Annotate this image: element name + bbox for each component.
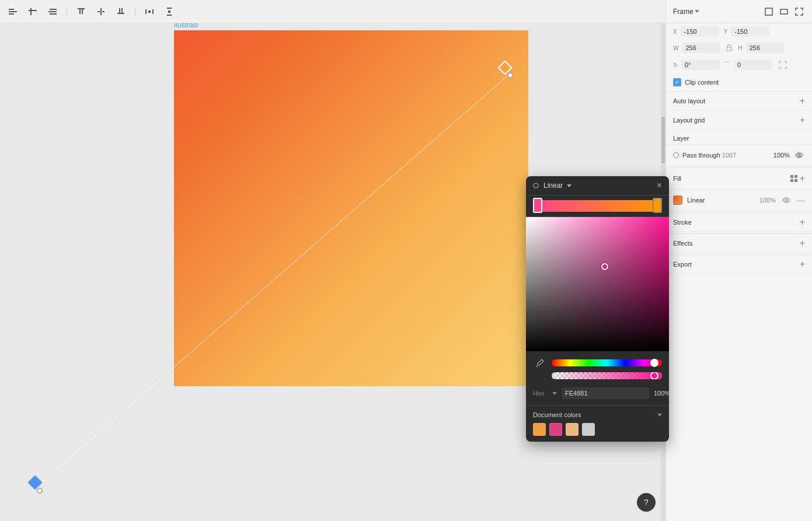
gradient-stop-right[interactable] <box>653 198 662 213</box>
y-input[interactable] <box>731 26 769 37</box>
frame-type-expand[interactable] <box>793 6 805 18</box>
hex-input[interactable] <box>562 387 649 399</box>
svg-rect-7 <box>29 10 37 11</box>
gradient-circle-top[interactable] <box>507 72 513 78</box>
clip-content-label: Clip content <box>685 79 719 86</box>
fill-type-label: Linear <box>687 197 755 204</box>
svg-rect-12 <box>79 9 81 14</box>
layout-grid-label: Layout grid <box>673 117 800 124</box>
picker-chevron-icon <box>567 184 571 187</box>
auto-layout-label: Auto layout <box>673 97 800 104</box>
fullscreen-icon[interactable] <box>777 59 789 71</box>
alpha-thumb[interactable] <box>650 372 658 379</box>
picker-close-btn[interactable]: × <box>657 181 662 190</box>
corner-field[interactable]: ⌒ <box>724 60 772 70</box>
swatch-2[interactable] <box>549 423 562 436</box>
opacity-input[interactable] <box>766 152 790 159</box>
alpha-slider[interactable] <box>552 372 662 379</box>
fill-label: Fill <box>673 175 788 182</box>
gradient-stops-bar[interactable] <box>533 200 662 212</box>
svg-rect-11 <box>78 8 85 9</box>
svg-rect-18 <box>119 8 120 13</box>
export-add[interactable]: + <box>800 260 805 269</box>
hue-slider[interactable] <box>552 359 662 366</box>
fill-swatch[interactable] <box>673 195 682 205</box>
y-field[interactable]: Y <box>724 26 770 37</box>
align-left-icon[interactable] <box>7 6 19 18</box>
stroke-label: Stroke <box>673 219 800 226</box>
align-right-icon[interactable] <box>47 6 58 18</box>
distribute-h-icon[interactable] <box>144 6 155 18</box>
color-cursor[interactable] <box>601 263 608 270</box>
h-field[interactable]: H <box>738 43 784 53</box>
layer-section: Layer <box>666 130 812 145</box>
alpha-slider-row <box>526 372 669 384</box>
picker-type-selector[interactable]: Linear <box>533 181 657 190</box>
distribute-v-icon[interactable] <box>163 6 175 18</box>
x-input[interactable] <box>681 26 719 37</box>
svg-rect-27 <box>780 9 787 14</box>
frame-type-square[interactable] <box>763 6 775 18</box>
fill-add[interactable]: + <box>800 174 805 183</box>
effects-add[interactable]: + <box>800 239 805 248</box>
svg-rect-6 <box>30 8 32 15</box>
toolbar-divider1 <box>67 7 67 16</box>
rotate-field[interactable]: ↻ <box>673 60 720 70</box>
x-field[interactable]: X <box>673 26 719 37</box>
h-input[interactable] <box>746 43 785 53</box>
blend-dot <box>673 152 679 158</box>
svg-point-29 <box>798 154 800 156</box>
fill-opacity-value: 100% <box>759 197 776 204</box>
gradient-frame[interactable] <box>174 30 528 386</box>
rotate-input[interactable] <box>681 60 720 70</box>
frame-header: Frame <box>666 0 812 23</box>
w-label: W <box>673 45 678 51</box>
stroke-add[interactable]: + <box>800 218 805 227</box>
layout-grid-add[interactable]: + <box>800 116 805 125</box>
visibility-icon[interactable] <box>793 149 805 161</box>
align-middle-icon[interactable] <box>95 6 107 18</box>
hue-thumb[interactable] <box>650 359 658 367</box>
scrollbar-thumb[interactable] <box>661 117 665 163</box>
help-button[interactable]: ? <box>637 493 656 512</box>
fill-row: Linear 100% — <box>666 190 812 211</box>
fill-remove[interactable]: — <box>797 196 805 204</box>
rotate-corner-row: ↻ ⌒ <box>666 56 812 74</box>
fill-grid-icon[interactable] <box>788 173 800 184</box>
svg-rect-21 <box>152 9 154 14</box>
rotate-label: ↻ <box>673 62 678 68</box>
frame-dropdown[interactable]: Frame <box>673 8 699 16</box>
xy-row: X Y <box>666 23 812 40</box>
blend-mode-selector[interactable]: Pass through 1007 <box>682 152 763 159</box>
w-input[interactable] <box>682 43 720 53</box>
corner-label: ⌒ <box>724 61 730 69</box>
frame-type-rect[interactable] <box>778 6 790 18</box>
gradient-stop-left[interactable] <box>533 198 542 213</box>
svg-rect-22 <box>148 11 151 13</box>
gradient-circle-bottom[interactable] <box>37 488 43 494</box>
swatch-3[interactable] <box>566 423 578 436</box>
align-bottom-icon[interactable] <box>115 6 127 18</box>
svg-rect-17 <box>117 13 124 14</box>
layer-label: Layer <box>673 135 805 142</box>
fill-visibility-icon[interactable] <box>780 194 792 206</box>
corner-input[interactable] <box>734 60 772 70</box>
lock-proportion[interactable] <box>725 44 733 52</box>
align-top-icon[interactable] <box>75 6 87 18</box>
eyedropper-btn[interactable] <box>533 356 547 370</box>
picker-type-label: Linear <box>543 181 563 190</box>
doc-colors-chevron <box>657 414 662 417</box>
swatch-4[interactable] <box>582 423 595 436</box>
svg-rect-32 <box>790 179 793 182</box>
align-center-icon[interactable] <box>27 6 39 18</box>
svg-rect-26 <box>765 8 772 15</box>
svg-rect-13 <box>82 9 83 14</box>
auto-layout-add[interactable]: + <box>800 96 805 106</box>
color-gradient-area[interactable] <box>526 217 669 351</box>
clip-content-checkbox[interactable]: ✓ <box>673 78 681 86</box>
chevron-down-icon <box>695 10 699 13</box>
doc-colors-header[interactable]: Document colors <box>533 411 662 418</box>
hex-label-dropdown[interactable]: Hex <box>533 390 557 397</box>
w-field[interactable]: W <box>673 43 720 53</box>
swatch-1[interactable] <box>533 423 546 436</box>
